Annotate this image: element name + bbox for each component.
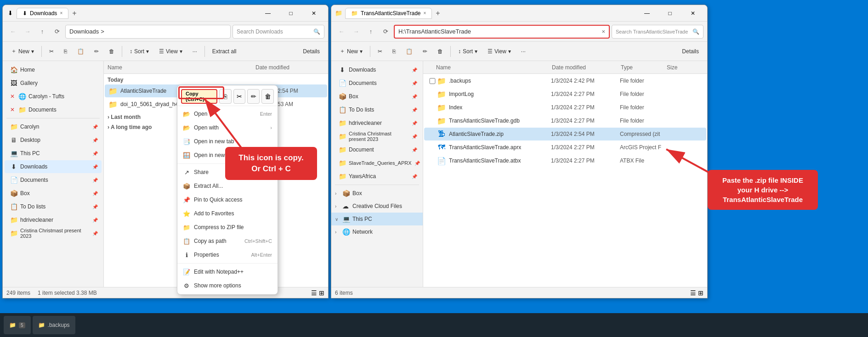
left-cut-button[interactable]: ✂ bbox=[45, 44, 58, 59]
right-file-zip[interactable]: 🗜 AtlanticSlaveTrade.zip 1/3/2024 2:54 P… bbox=[424, 128, 706, 140]
sidebar-item-box[interactable]: 📦 Box 📌 bbox=[5, 187, 102, 200]
context-icon-btn-3[interactable]: ✏ bbox=[247, 89, 260, 104]
sidebar-item-desktop[interactable]: 🖥 Desktop 📌 bbox=[5, 134, 102, 146]
right-tab-transatlantic[interactable]: 📁 TransAtlanticSlaveTrade × bbox=[345, 8, 432, 19]
context-item-pin[interactable]: 📌 Pin to Quick access bbox=[177, 193, 278, 207]
right-delete-button[interactable]: 🗑 bbox=[433, 44, 448, 59]
left-back-button[interactable]: ← bbox=[6, 25, 19, 38]
left-minimize-button[interactable]: — bbox=[257, 6, 278, 21]
context-item-copypath[interactable]: 📋 Copy as path Ctrl+Shift+C bbox=[177, 234, 278, 248]
sidebar-item-documents-top[interactable]: ✕ 📁 Documents bbox=[5, 103, 102, 116]
left-paste-button[interactable]: 📋 bbox=[73, 44, 89, 59]
right-paste-button[interactable]: 📋 bbox=[401, 44, 417, 59]
right-tree-network[interactable]: › 🌐 Network bbox=[331, 225, 423, 238]
right-sidebar-hdrive[interactable]: 📁 hdrivecleaner 📌 bbox=[333, 117, 421, 129]
context-item-compress[interactable]: 📁 Compress to ZIP file bbox=[177, 220, 278, 234]
context-item-favorites[interactable]: ⭐ Add to Favorites bbox=[177, 207, 278, 220]
right-sidebar-slavetrade[interactable]: 📁 SlaveTrade_Queries_APRX 📌 bbox=[333, 157, 421, 169]
right-tree-thispc[interactable]: ∨ 💻 This PC bbox=[331, 213, 423, 225]
left-close-button[interactable]: ✕ bbox=[303, 6, 324, 21]
context-item-opennewtab[interactable]: 📑 Open in new tab bbox=[177, 135, 278, 148]
right-more-button[interactable]: ··· bbox=[516, 44, 530, 59]
left-search-box[interactable]: Search Downloads 🔍 bbox=[233, 25, 324, 39]
right-file-backups-checkbox[interactable] bbox=[428, 78, 437, 84]
right-sidebar-downloads[interactable]: ⬇ Downloads 📌 bbox=[333, 63, 421, 76]
right-file-atbx[interactable]: 📄 TransAtlanticSlaveTrade.atbx 1/3/2024 … bbox=[424, 154, 706, 167]
sidebar-item-todo[interactable]: 📋 To Do lists 📌 bbox=[5, 200, 102, 213]
left-view-button[interactable]: ☰ View ▾ bbox=[154, 44, 187, 59]
sidebar-item-carolyn-tufts[interactable]: ✕ 🌐 Carolyn - Tufts bbox=[5, 90, 102, 103]
sidebar-item-gallery[interactable]: 🖼 Gallery bbox=[5, 77, 102, 90]
right-view-grid-button[interactable]: ⊞ bbox=[698, 289, 703, 297]
right-file-index[interactable]: 📁 Index 1/3/2024 2:27 PM File folder bbox=[424, 101, 706, 114]
left-copy-button[interactable]: ⎘ bbox=[59, 44, 72, 59]
context-item-open[interactable]: 📂 Open Enter bbox=[177, 107, 278, 121]
left-delete-button[interactable]: 🗑 bbox=[104, 44, 119, 59]
sidebar-item-carolyn[interactable]: 📁 Carolyn 📌 bbox=[5, 120, 102, 133]
right-sidebar-todo[interactable]: 📋 To Do lists 📌 bbox=[333, 103, 421, 116]
right-tab-close[interactable]: × bbox=[424, 11, 426, 16]
context-item-properties[interactable]: ℹ Properties Alt+Enter bbox=[177, 248, 278, 262]
left-tab-close[interactable]: × bbox=[60, 11, 62, 16]
right-address-clear[interactable]: × bbox=[601, 28, 605, 35]
right-file-backups[interactable]: 📁 .backups 1/3/2024 2:42 PM File folder bbox=[424, 74, 706, 87]
right-address-box[interactable]: H:\TransAtlanticSlaveTrade × bbox=[394, 25, 610, 39]
right-details-button[interactable]: Details bbox=[677, 44, 703, 59]
right-sort-button[interactable]: ↕ Sort ▾ bbox=[454, 44, 482, 59]
right-copy-button[interactable]: ⎘ bbox=[388, 44, 400, 59]
right-tab-new[interactable]: + bbox=[433, 9, 443, 17]
context-copy-button[interactable]: Copy (Ctrl+C) bbox=[181, 89, 217, 104]
right-search-box[interactable]: Search TransAtlanticSlaveTrade 🔍 bbox=[612, 25, 703, 39]
right-view-list-button[interactable]: ☰ bbox=[690, 289, 696, 297]
context-item-moreoptions[interactable]: ⚙ Show more options bbox=[177, 279, 278, 292]
right-file-aprx[interactable]: 🗺 TransAtlanticSlaveTrade.aprx 1/3/2024 … bbox=[424, 141, 706, 154]
sidebar-item-home[interactable]: 🏠 Home bbox=[5, 63, 102, 76]
right-sidebar-document[interactable]: 📁 Document 📌 bbox=[333, 143, 421, 156]
right-back-button[interactable]: ← bbox=[335, 25, 348, 38]
right-refresh-button[interactable]: ⟳ bbox=[379, 25, 392, 38]
left-view-list-button[interactable]: ☰ bbox=[311, 289, 317, 297]
right-tree-ccf[interactable]: › ☁ Creative Cloud Files bbox=[331, 200, 423, 213]
right-maximize-button[interactable]: □ bbox=[659, 6, 681, 21]
sidebar-item-hdrivecleaner[interactable]: 📁 hdrivecleaner 📌 bbox=[5, 213, 102, 226]
context-item-notepad[interactable]: 📝 Edit with Notepad++ bbox=[177, 265, 278, 279]
context-icon-btn-4[interactable]: 🗑 bbox=[261, 89, 274, 104]
right-sidebar-box[interactable]: 📦 Box 📌 bbox=[333, 90, 421, 103]
left-extract-button[interactable]: Extract all bbox=[208, 44, 241, 59]
right-sidebar-yaws[interactable]: 📁 YawsAfrica 📌 bbox=[333, 170, 421, 183]
context-item-openwith[interactable]: 📂 Open with › bbox=[177, 121, 278, 135]
sidebar-item-downloads[interactable]: ⬇ Downloads 📌 bbox=[5, 160, 102, 173]
sidebar-item-thispc[interactable]: 💻 This PC 📌 bbox=[5, 147, 102, 160]
right-tree-box[interactable]: › 📦 Box bbox=[331, 187, 423, 200]
left-details-button[interactable]: Details bbox=[298, 44, 324, 59]
right-minimize-button[interactable]: — bbox=[636, 6, 658, 21]
left-maximize-button[interactable]: □ bbox=[280, 6, 301, 21]
left-view-grid-button[interactable]: ⊞ bbox=[319, 289, 324, 297]
taskbar-item-1[interactable]: 📁 5 bbox=[4, 316, 31, 334]
sidebar-item-documents[interactable]: 📄 Documents 📌 bbox=[5, 174, 102, 186]
context-icon-btn-2[interactable]: ✂ bbox=[233, 89, 246, 104]
right-file-importlog[interactable]: 📁 ImportLog 1/3/2024 2:27 PM File folder bbox=[424, 88, 706, 101]
right-sidebar-cristina[interactable]: 📁 Cristina Christmast present 2023 📌 bbox=[333, 130, 421, 143]
left-tab-new[interactable]: + bbox=[69, 9, 79, 17]
right-cut-button[interactable]: ✂ bbox=[373, 44, 387, 59]
right-sidebar-documents[interactable]: 📄 Documents 📌 bbox=[333, 77, 421, 90]
left-address-box[interactable]: Downloads > bbox=[65, 25, 231, 39]
left-refresh-button[interactable]: ⟳ bbox=[51, 25, 63, 38]
right-close-button[interactable]: ✕ bbox=[682, 6, 703, 21]
right-rename-button[interactable]: ✏ bbox=[418, 44, 432, 59]
left-tab-downloads[interactable]: ⬇ Downloads × bbox=[17, 8, 68, 19]
right-view-button[interactable]: ☰ View ▾ bbox=[483, 44, 516, 59]
right-file-gdb[interactable]: 📁 TransAtlanticSlaveTrade.gdb 1/3/2024 2… bbox=[424, 114, 706, 127]
left-up-button[interactable]: ↑ bbox=[36, 25, 49, 38]
right-up-button[interactable]: ↑ bbox=[364, 25, 377, 38]
left-new-button[interactable]: ＋ New ▾ bbox=[6, 44, 39, 59]
left-more-button[interactable]: ··· bbox=[188, 44, 202, 59]
left-sort-button[interactable]: ↕ Sort ▾ bbox=[125, 44, 153, 59]
context-icon-btn-1[interactable]: ⎘ bbox=[219, 89, 232, 104]
context-item-extractall[interactable]: 📦 Extract All... bbox=[177, 179, 278, 193]
sidebar-item-cristina[interactable]: 📁 Cristina Christmast present 2023 📌 bbox=[5, 227, 102, 240]
right-forward-button[interactable]: → bbox=[350, 25, 363, 38]
left-forward-button[interactable]: → bbox=[21, 25, 34, 38]
taskbar-item-backups[interactable]: 📁 .backups bbox=[33, 316, 75, 334]
